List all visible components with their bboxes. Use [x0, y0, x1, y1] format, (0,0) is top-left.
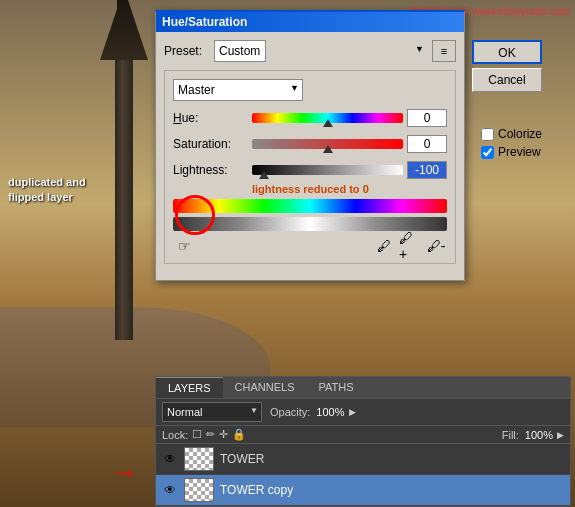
- saturation-label: Saturation:: [173, 137, 248, 151]
- fill-label: Fill:: [502, 429, 519, 441]
- lightness-value[interactable]: -100: [407, 161, 447, 179]
- circle-annotation: [175, 195, 215, 235]
- eyedropper-icon[interactable]: 🖋: [373, 235, 395, 257]
- lightness-label: Lightness:: [173, 163, 248, 177]
- opacity-label: Opacity:: [270, 406, 310, 418]
- layer-thumb-tower: [184, 447, 214, 471]
- cancel-button[interactable]: Cancel: [472, 68, 542, 92]
- lock-all-icon[interactable]: 🔒: [232, 428, 246, 441]
- hue-row: Hue: 0: [173, 109, 447, 127]
- fill-value: 100%: [525, 429, 553, 441]
- tower: [95, 0, 150, 340]
- layer-name-tower[interactable]: TOWER: [220, 452, 564, 466]
- ok-button[interactable]: OK: [472, 40, 542, 64]
- channel-select-cont: Master: [173, 79, 303, 101]
- eyedropper-minus-icon[interactable]: 🖋-: [425, 235, 447, 257]
- preset-label: Preset:: [164, 44, 214, 58]
- colorize-row: Colorize: [481, 127, 542, 141]
- saturation-value[interactable]: 0: [407, 135, 447, 153]
- sat-thumb[interactable]: [323, 145, 333, 153]
- preset-row: Preset: Custom ≡: [164, 40, 456, 62]
- dialog-title: Hue/Saturation: [162, 15, 247, 29]
- layers-tabs: LAYERS CHANNELS PATHS: [156, 377, 570, 399]
- lightness-thumb[interactable]: [259, 171, 269, 179]
- layer-eye-tower[interactable]: 👁: [162, 451, 178, 467]
- light-gradient: [252, 165, 403, 175]
- tab-paths[interactable]: PATHS: [307, 377, 366, 398]
- lock-label: Lock:: [162, 429, 188, 441]
- channel-select[interactable]: Master: [173, 79, 303, 101]
- tools-row: ☞ 🖋 🖋+ 🖋-: [173, 235, 447, 257]
- tab-layers[interactable]: LAYERS: [156, 377, 223, 398]
- blend-mode-select[interactable]: Normal: [162, 402, 262, 422]
- preset-select[interactable]: Custom: [214, 40, 266, 62]
- colorize-label: Colorize: [498, 127, 542, 141]
- arrow-annotation: →: [110, 457, 138, 489]
- check-group: Colorize Preview: [481, 127, 542, 159]
- layers-toolbar: Normal Opacity: 100% ▶: [156, 399, 570, 426]
- opacity-arrow[interactable]: ▶: [349, 407, 356, 417]
- eyedropper-plus-icon[interactable]: 🖋+: [399, 235, 421, 257]
- button-group: OK Cancel: [472, 40, 542, 92]
- lock-move-icon[interactable]: ✛: [219, 428, 228, 441]
- lightness-row: Lightness: -100: [173, 161, 447, 179]
- finger-tool-icon[interactable]: ☞: [173, 235, 195, 257]
- channel-select-row: Master: [173, 79, 447, 101]
- opacity-value: 100%: [316, 406, 344, 418]
- saturation-track[interactable]: [252, 137, 403, 151]
- lightness-note: lightness reduced to 0: [252, 183, 447, 195]
- preview-row: Preview: [481, 145, 542, 159]
- preset-select-wrapper: Custom: [214, 40, 428, 62]
- hue-track[interactable]: [252, 111, 403, 125]
- hue-saturation-dialog: Hue/Saturation Preset: Custom ≡ Master: [155, 10, 465, 281]
- hue-value[interactable]: 0: [407, 109, 447, 127]
- preset-icon-btn[interactable]: ≡: [432, 40, 456, 62]
- layers-panel: LAYERS CHANNELS PATHS Normal Opacity: 10…: [155, 376, 571, 507]
- lock-row: Lock: ☐ ✏ ✛ 🔒 Fill: 100% ▶: [156, 426, 570, 444]
- layer-eye-tower-copy[interactable]: 👁: [162, 482, 178, 498]
- channel-group: Master Hue: 0 Saturation:: [164, 70, 456, 264]
- fill-arrow[interactable]: ▶: [557, 430, 564, 440]
- blend-select-wrapper: Normal: [162, 402, 262, 422]
- tab-channels[interactable]: CHANNELS: [223, 377, 307, 398]
- lock-paint-icon[interactable]: ✏: [206, 428, 215, 441]
- dialog-titlebar: Hue/Saturation: [156, 12, 464, 32]
- layer-name-tower-copy[interactable]: TOWER copy: [220, 483, 564, 497]
- preview-checkbox[interactable]: [481, 146, 494, 159]
- tower-body: [115, 60, 133, 340]
- eyedropper-tools: 🖋 🖋+ 🖋-: [373, 235, 447, 257]
- preview-label: Preview: [498, 145, 541, 159]
- colorize-checkbox[interactable]: [481, 128, 494, 141]
- lock-transparent-icon[interactable]: ☐: [192, 428, 202, 441]
- hue-thumb[interactable]: [323, 119, 333, 127]
- hue-label: Hue:: [173, 111, 248, 125]
- layer-annotation: duplicated and flipped layer: [8, 175, 88, 206]
- layer-item-tower: 👁 TOWER: [156, 444, 570, 475]
- lightness-track[interactable]: [252, 163, 403, 177]
- saturation-row: Saturation: 0: [173, 135, 447, 153]
- layer-thumb-tower-copy: [184, 478, 214, 502]
- dialog-body: Preset: Custom ≡ Master Hue:: [156, 32, 464, 280]
- layer-item-tower-copy: 👁 TOWER copy: [156, 475, 570, 506]
